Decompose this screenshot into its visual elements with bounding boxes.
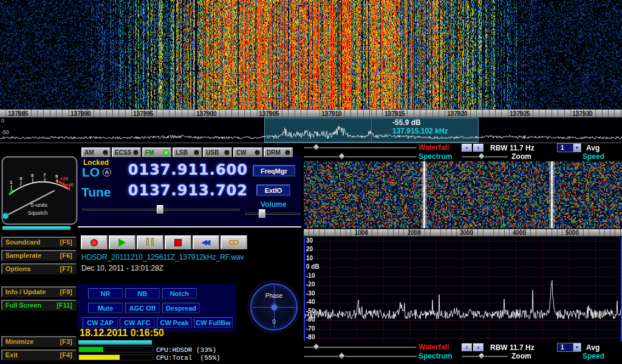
slider-thumb[interactable]	[338, 152, 346, 160]
tune-frequency-display[interactable]: 0137.913.702	[113, 182, 248, 199]
button-label: Options	[5, 265, 31, 272]
speed-dropdown[interactable]: 1▼	[557, 143, 581, 152]
nb-button[interactable]: NB	[125, 288, 160, 298]
smeter-tick: 5	[31, 173, 34, 178]
mode-button-fm[interactable]: FM	[142, 147, 171, 157]
mode-label: ECSS	[115, 149, 131, 156]
pause-button[interactable]	[137, 235, 163, 249]
cw-afc-button[interactable]: CW AFC	[120, 317, 155, 328]
squelch-knob[interactable]	[2, 213, 9, 219]
full-screen-button[interactable]: Full Screen[F11]	[1, 300, 77, 311]
freqmgr-button[interactable]: FreqMgr	[253, 165, 295, 177]
zoom-slider[interactable]	[462, 352, 508, 360]
audio-freq-tick: 1000	[348, 229, 375, 236]
stop-button[interactable]	[165, 235, 191, 249]
db-tick-label: -50	[306, 308, 327, 314]
audio-spectrum-display[interactable]	[304, 237, 622, 342]
shift-right-button[interactable]: ›	[473, 144, 484, 152]
db-tick-label: 10	[306, 255, 327, 261]
slider-thumb[interactable]	[312, 343, 320, 351]
clock-display: 18.12.2011 0:16:50	[80, 328, 164, 339]
main-spectrum-display[interactable]: 0 -50 -55.9 dB 137.915.102 kHz	[0, 118, 622, 143]
exit-button[interactable]: Exit[F4]	[1, 349, 77, 360]
mode-button-drm[interactable]: DRM	[264, 147, 293, 157]
main-waterfall-display[interactable]	[0, 0, 622, 109]
lo-lock-button[interactable]: A	[103, 168, 111, 177]
cw-peak-button[interactable]: CW Peak	[157, 317, 192, 328]
hotkey-label: [F5]	[60, 238, 72, 246]
waterfall-brightness-slider[interactable]	[304, 144, 417, 151]
options-button[interactable]: Options[F7]	[1, 263, 77, 274]
mode-button-am[interactable]: AM	[81, 147, 111, 157]
lo-label[interactable]: LO	[82, 165, 100, 180]
mode-label: DRM	[267, 149, 281, 156]
record-button[interactable]	[81, 235, 108, 249]
extio-button[interactable]: ExtIO	[256, 184, 290, 196]
shift-left-button[interactable]: ‹	[462, 144, 472, 152]
smeter-tick: +40	[66, 182, 74, 187]
loop-button[interactable]	[220, 235, 247, 249]
waterfall-label: Waterfall	[419, 143, 449, 152]
minimize-button[interactable]: Minimize[F3]	[1, 336, 77, 347]
db-tick-label: -10	[306, 272, 327, 279]
tune-slider[interactable]	[83, 204, 239, 214]
slider-track	[304, 147, 417, 149]
play-button[interactable]	[109, 235, 135, 249]
cpu-hdsdr-bar	[78, 346, 153, 352]
s-meter[interactable]: 1 3 5 7 9 +20 +40 S-units Squelch	[1, 156, 78, 225]
audio-frequency-scale[interactable]: 1000 2000 3000 4000 5000	[304, 229, 622, 237]
mode-led-icon	[134, 150, 138, 155]
hotkey-label: [F9]	[60, 288, 72, 295]
mute-button[interactable]: Mute	[88, 303, 123, 313]
slider-thumb[interactable]	[477, 152, 485, 160]
waterfall-brightness-slider[interactable]	[304, 343, 417, 351]
cw-zap-button[interactable]: CW ZAP	[83, 317, 118, 328]
signal-level-readout: -55.9 dB	[392, 118, 421, 127]
spectrum-axis-label: 0	[1, 118, 4, 124]
button-label: Samplerate	[5, 252, 41, 259]
speed-dropdown[interactable]: 1▼	[557, 343, 581, 352]
db-tick-label: -70	[306, 325, 327, 332]
spectrum-range-slider[interactable]	[304, 352, 417, 360]
mode-led-icon	[103, 150, 108, 155]
db-tick-label: -20	[306, 281, 327, 288]
slider-thumb[interactable]	[477, 352, 485, 360]
zoom-slider[interactable]	[462, 153, 508, 160]
shift-left-button[interactable]: ‹	[462, 343, 472, 351]
mode-button-usb[interactable]: USB	[203, 147, 232, 157]
mode-button-lsb[interactable]: LSB	[173, 147, 202, 157]
tune-marker-line	[371, 110, 372, 143]
freq-tick-label: 137920	[444, 110, 471, 117]
volume-slider[interactable]	[245, 209, 300, 218]
tune-label[interactable]: Tune	[81, 185, 111, 200]
frequency-scale[interactable]: 137885 137890 137895 137900 137905 13791…	[0, 109, 622, 118]
audio-waterfall-display[interactable]	[304, 161, 622, 228]
nr-button[interactable]: NR	[88, 288, 123, 298]
slider-thumb[interactable]	[338, 352, 346, 360]
cpu-total-text: CPU:Total (55%)	[156, 354, 220, 362]
smeter-tick: 7	[43, 172, 46, 178]
button-label: Exit	[5, 351, 18, 359]
shift-right-button[interactable]: ›	[473, 343, 484, 351]
cpu-hdsdr-fill	[79, 347, 103, 352]
hotkey-label: [F6]	[60, 252, 72, 259]
lo-frequency-display[interactable]: 0137.911.600	[113, 161, 248, 178]
mode-led-icon	[225, 150, 229, 155]
mode-button-cw[interactable]: CW	[233, 147, 262, 157]
info-update-button[interactable]: Info / Update[F9]	[1, 286, 77, 297]
rewind-button[interactable]: ◀◀	[193, 235, 219, 249]
cw-fullbw-button[interactable]: CW FullBw	[194, 317, 233, 328]
slider-thumb[interactable]	[157, 205, 163, 214]
slider-thumb[interactable]	[259, 209, 265, 218]
spectrum-range-slider[interactable]	[304, 153, 417, 160]
notch-button[interactable]: Notch	[162, 288, 197, 298]
soundcard-button[interactable]: Soundcard[F5]	[1, 237, 77, 248]
agc-button[interactable]: AGC Off	[125, 303, 160, 313]
slider-thumb[interactable]	[312, 143, 320, 151]
samplerate-button[interactable]: Samplerate[F6]	[1, 250, 77, 261]
despread-button[interactable]: Despread	[162, 303, 200, 313]
squelch-level-bar[interactable]	[2, 226, 70, 230]
squelch-label[interactable]: Squelch	[28, 210, 48, 216]
recording-filename: HDSDR_20111210_125611Z_137912kHz_RF.wav	[81, 253, 244, 261]
mode-button-ecss[interactable]: ECSS	[112, 147, 141, 157]
